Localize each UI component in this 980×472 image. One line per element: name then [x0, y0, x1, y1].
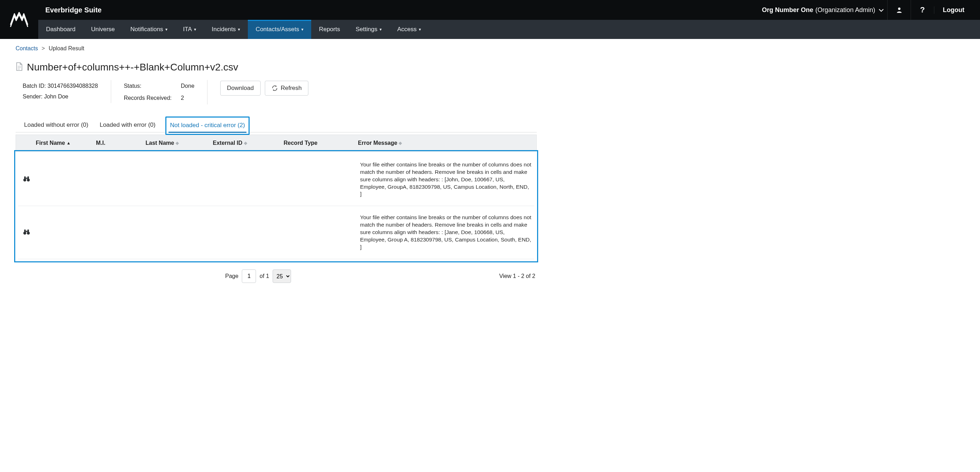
batch-id-value: 3014766394088328 [48, 83, 98, 89]
error-message-cell: Your file either contains line breaks or… [360, 214, 531, 251]
chevron-down-icon: ▾ [238, 27, 240, 32]
annotation-highlight: Not loaded - critical error (2) [165, 116, 250, 135]
nav-notifications[interactable]: Notifications▾ [123, 20, 175, 39]
nav-settings[interactable]: Settings▾ [348, 20, 389, 39]
breadcrumb-separator: > [42, 45, 45, 51]
download-button[interactable]: Download [220, 81, 261, 95]
tab-loaded-without-error[interactable]: Loaded without error (0) [23, 119, 89, 132]
svg-point-4 [23, 178, 26, 181]
svg-point-10 [27, 232, 30, 234]
view-details-button[interactable] [21, 229, 38, 237]
nav-access[interactable]: Access▾ [390, 20, 429, 39]
svg-point-5 [27, 178, 30, 181]
nav-universe[interactable]: Universe [83, 20, 123, 39]
pagination: Page of 1 25 View 1 - 2 of 2 [16, 269, 537, 283]
main-nav: Dashboard Universe Notifications▾ ITA▾ I… [38, 20, 980, 39]
col-mi[interactable]: M.I. [96, 140, 145, 146]
breadcrumb: Contacts > Upload Result [16, 45, 537, 52]
sender-label: Sender: [23, 94, 43, 100]
sender-value: John Doe [44, 94, 69, 100]
chevron-down-icon: ▾ [165, 27, 167, 32]
chevron-down-icon [879, 6, 884, 14]
breadcrumb-contacts-link[interactable]: Contacts [16, 45, 38, 51]
user-icon [896, 6, 903, 13]
meta-batch-sender: Batch ID: 3014766394088328 Sender: John … [23, 80, 111, 103]
batch-id-label: Batch ID: [23, 83, 46, 89]
col-first-name[interactable]: First Name▲ [36, 140, 96, 146]
org-name: Org Number One [762, 6, 813, 14]
refresh-icon [272, 85, 278, 91]
nav-dashboard[interactable]: Dashboard [38, 20, 83, 39]
svg-rect-13 [26, 230, 28, 232]
view-details-button[interactable] [21, 176, 38, 183]
sort-icon: ◆ [176, 141, 179, 146]
status-value: Done [181, 81, 194, 91]
sort-asc-icon: ▲ [67, 141, 71, 146]
page-of-label: of 1 [259, 273, 269, 280]
sort-icon: ◆ [244, 141, 247, 146]
brand-logo [0, 0, 38, 39]
chevron-down-icon: ▾ [194, 27, 196, 32]
tab-not-loaded-critical[interactable]: Not loaded - critical error (2) [169, 119, 247, 132]
status-label: Status: [124, 81, 172, 91]
nav-reports[interactable]: Reports [311, 20, 348, 39]
nav-incidents[interactable]: Incidents▾ [204, 20, 248, 39]
page-title: Number+of+columns++-+Blank+Column+v2.csv [27, 62, 238, 73]
org-role: (Organization Admin) [815, 6, 875, 14]
chevron-down-icon: ▾ [380, 27, 382, 32]
user-profile-button[interactable] [887, 0, 911, 20]
breadcrumb-current: Upload Result [48, 45, 84, 51]
chevron-down-icon: ▾ [301, 27, 304, 32]
table-row: Your file either contains line breaks or… [18, 153, 534, 207]
chevron-down-icon: ▾ [419, 27, 421, 32]
suite-title: Everbridge Suite [45, 6, 102, 14]
help-button[interactable]: ? [911, 0, 934, 20]
col-external-id[interactable]: External ID◆ [213, 140, 283, 146]
view-range: View 1 - 2 of 2 [499, 273, 535, 280]
svg-rect-7 [28, 176, 29, 179]
col-error-message[interactable]: Error Message◆ [358, 140, 533, 146]
annotation-highlight: Your file either contains line breaks or… [14, 150, 538, 262]
binoculars-icon [23, 229, 30, 235]
everbridge-logo-icon [8, 12, 30, 27]
meta-status-records: Status: Done Records Received: 2 [124, 80, 207, 105]
records-label: Records Received: [124, 93, 172, 103]
svg-rect-11 [24, 229, 25, 232]
col-last-name[interactable]: Last Name◆ [145, 140, 213, 146]
refresh-button[interactable]: Refresh [265, 81, 309, 95]
org-switcher[interactable]: Org Number One (Organization Admin) [762, 6, 884, 14]
svg-rect-12 [28, 229, 29, 232]
svg-point-9 [23, 232, 26, 234]
records-value: 2 [181, 93, 194, 103]
binoculars-icon [23, 176, 30, 182]
error-message-cell: Your file either contains line breaks or… [360, 161, 531, 198]
table-row: Your file either contains line breaks or… [18, 206, 534, 259]
app-header: Everbridge Suite Org Number One (Organiz… [0, 0, 980, 39]
sort-icon: ◆ [399, 141, 402, 146]
svg-rect-6 [24, 176, 25, 179]
file-icon [16, 62, 23, 72]
results-table: First Name▲ M.I. Last Name◆ External ID◆… [16, 135, 537, 262]
page-input[interactable] [242, 269, 256, 283]
nav-contacts-assets[interactable]: Contacts/Assets▾ [248, 20, 311, 39]
tab-loaded-with-error[interactable]: Loaded with error (0) [98, 119, 157, 132]
help-icon: ? [920, 5, 925, 14]
col-record-type[interactable]: Record Type [283, 140, 358, 146]
table-header: First Name▲ M.I. Last Name◆ External ID◆… [16, 135, 537, 151]
logout-button[interactable]: Logout [934, 6, 973, 14]
page-label: Page [225, 273, 238, 280]
page-size-select[interactable]: 25 [273, 269, 291, 283]
svg-rect-8 [26, 178, 28, 179]
svg-point-0 [898, 8, 900, 10]
result-tabs: Loaded without error (0) Loaded with err… [16, 119, 537, 132]
nav-ita[interactable]: ITA▾ [175, 20, 204, 39]
